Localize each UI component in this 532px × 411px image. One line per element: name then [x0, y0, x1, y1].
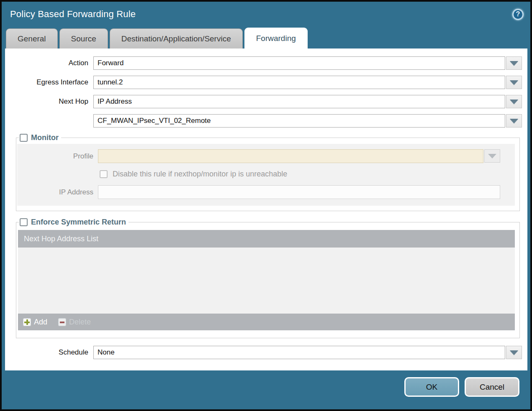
chevron-down-icon [488, 154, 496, 158]
next-hop-type-input[interactable] [93, 95, 505, 108]
tab-general[interactable]: General [6, 28, 58, 49]
disable-rule-row: Disable this rule if nexthop/monitor ip … [100, 170, 515, 179]
tab-destination-application-service[interactable]: Destination/Application/Service [110, 28, 243, 49]
monitor-disabled-panel: Profile Disable this rule if nexthop/mon… [17, 144, 515, 206]
egress-interface-label: Egress Interface [5, 78, 93, 87]
egress-interface-dropdown-button[interactable] [506, 76, 522, 89]
next-hop-type-dropdown-button[interactable] [506, 95, 522, 108]
cancel-button[interactable]: Cancel [465, 377, 519, 397]
dialog-title: Policy Based Forwarding Rule [10, 9, 136, 20]
plus-icon [23, 318, 31, 326]
forwarding-tab-panel: Action Egress Interface Next Hop [5, 49, 527, 370]
tab-source[interactable]: Source [59, 28, 108, 49]
schedule-label: Schedule [5, 348, 93, 357]
help-icon[interactable]: ? [512, 9, 524, 20]
add-button-label: Add [34, 318, 47, 327]
schedule-dropdown-button[interactable] [506, 346, 522, 359]
chevron-down-icon [510, 61, 518, 66]
chevron-down-icon [510, 100, 518, 104]
chevron-down-icon [510, 119, 518, 123]
next-hop-address-row [5, 114, 527, 128]
disable-rule-label: Disable this rule if nexthop/monitor ip … [113, 170, 287, 179]
egress-interface-input[interactable] [93, 76, 505, 89]
dialog-titlebar: Policy Based Forwarding Rule ? [2, 2, 530, 27]
monitor-ip-address-input [98, 185, 500, 199]
dialog-footer: OK Cancel [2, 370, 530, 409]
chevron-down-icon [510, 80, 518, 85]
minus-icon [58, 318, 66, 326]
next-hop-address-input[interactable] [93, 114, 505, 128]
monitor-section: Monitor Profile Disable this rule if nex… [16, 133, 520, 211]
monitor-ip-address-label: IP Address [17, 188, 98, 197]
enforce-symmetric-return-legend-label: Enforce Symmetric Return [31, 218, 126, 227]
schedule-row: Schedule [5, 346, 527, 359]
action-input[interactable] [93, 56, 505, 70]
monitor-checkbox[interactable] [20, 134, 28, 142]
tab-forwarding[interactable]: Forwarding [244, 28, 308, 49]
enforce-symmetric-return-section: Enforce Symmetric Return Next Hop Addres… [16, 218, 520, 338]
add-button[interactable]: Add [23, 318, 47, 327]
enforce-symmetric-return-checkbox[interactable] [20, 218, 28, 226]
next-hop-address-list-body [18, 248, 515, 314]
tab-strip: General Source Destination/Application/S… [2, 27, 530, 49]
egress-interface-row: Egress Interface [5, 76, 527, 89]
action-label: Action [5, 59, 93, 67]
policy-based-forwarding-rule-dialog: Policy Based Forwarding Rule ? General S… [0, 0, 532, 411]
action-dropdown-button[interactable] [506, 56, 522, 70]
delete-button-label: Delete [69, 318, 91, 327]
chevron-down-icon [510, 350, 518, 355]
disable-rule-checkbox [100, 170, 108, 178]
schedule-input[interactable] [93, 346, 505, 359]
profile-dropdown-button [484, 149, 500, 163]
profile-label: Profile [17, 152, 98, 161]
monitor-ip-address-row: IP Address [17, 185, 515, 199]
next-hop-address-list-toolbar: Add Delete [18, 314, 515, 330]
next-hop-address-table: Next Hop Address List Add Delete [18, 230, 515, 330]
next-hop-address-dropdown-button[interactable] [506, 114, 522, 128]
next-hop-label: Next Hop [5, 97, 93, 106]
profile-row: Profile [17, 149, 515, 163]
enforce-symmetric-return-legend: Enforce Symmetric Return [19, 218, 129, 227]
delete-button: Delete [58, 318, 91, 327]
profile-input [98, 149, 483, 163]
monitor-legend-label: Monitor [31, 133, 59, 142]
monitor-legend: Monitor [19, 133, 61, 142]
action-row: Action [5, 56, 527, 70]
next-hop-row: Next Hop [5, 95, 527, 108]
ok-button[interactable]: OK [404, 377, 459, 397]
next-hop-address-list-header: Next Hop Address List [18, 230, 515, 248]
